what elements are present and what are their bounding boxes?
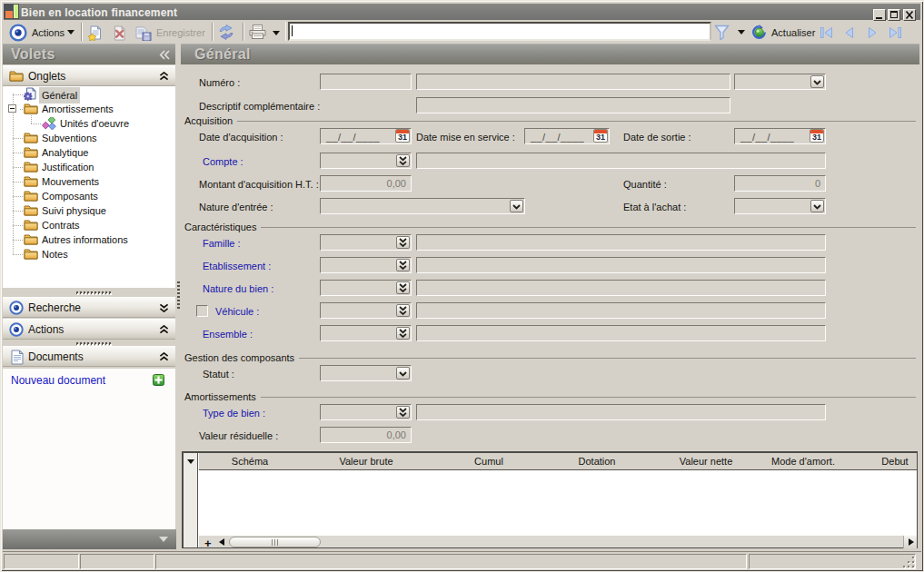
- documents-section-header[interactable]: Documents: [3, 346, 175, 367]
- grid-column-header[interactable]: Debut: [881, 456, 908, 467]
- calendar-icon[interactable]: 31: [395, 129, 410, 143]
- status-cell: [4, 554, 79, 569]
- nature-bien-combo[interactable]: [320, 280, 412, 296]
- actions-section-header[interactable]: Actions: [3, 319, 175, 340]
- refresh-icon-button[interactable]: [218, 25, 234, 40]
- new-document-button[interactable]: [87, 25, 103, 41]
- nature-entree-select[interactable]: [320, 198, 525, 214]
- actualiser-button[interactable]: Actualiser: [771, 27, 815, 38]
- collapse-section-icon[interactable]: [159, 325, 169, 334]
- grid-column-header[interactable]: Mode d'amort.: [771, 456, 835, 467]
- lookup-button[interactable]: [396, 154, 410, 167]
- collapse-sidebar-icon[interactable]: [159, 50, 171, 60]
- numero-combo[interactable]: [734, 74, 826, 90]
- famille-combo[interactable]: [320, 234, 412, 251]
- scroll-left-arrow[interactable]: [219, 538, 224, 546]
- lookup-button[interactable]: [396, 406, 410, 419]
- sidebar-bottom-bar[interactable]: [3, 529, 176, 549]
- grid-column-header[interactable]: Valeur brute: [339, 456, 392, 467]
- section-title: Recherche: [28, 301, 81, 314]
- tree-line: [13, 240, 23, 241]
- save-icon[interactable]: [135, 25, 152, 41]
- etat-achat-select[interactable]: [734, 198, 826, 214]
- actualiser-icon[interactable]: [751, 25, 767, 40]
- lookup-button[interactable]: [396, 236, 410, 249]
- montant-input[interactable]: 0,00: [320, 175, 412, 192]
- etablissement-description-input[interactable]: [416, 257, 826, 273]
- grid-column-header[interactable]: Dotation: [579, 456, 616, 467]
- nav-previous-button[interactable]: [842, 26, 857, 39]
- scroll-right-button[interactable]: [903, 536, 917, 548]
- grid-add-button[interactable]: +: [204, 537, 215, 547]
- recherche-section-header[interactable]: Recherche: [3, 297, 175, 318]
- statut-select[interactable]: [320, 365, 412, 381]
- actions-menu-button[interactable]: Actions: [32, 27, 65, 38]
- collapse-section-icon[interactable]: [159, 72, 169, 81]
- vehicule-combo[interactable]: [320, 302, 412, 319]
- vertical-splitter[interactable]: [177, 281, 180, 309]
- type-bien-combo[interactable]: [320, 404, 412, 420]
- calendar-icon[interactable]: 31: [810, 129, 824, 143]
- numero-input[interactable]: [320, 74, 412, 90]
- dropdown-button[interactable]: [810, 200, 824, 212]
- dropdown-button[interactable]: [510, 200, 523, 212]
- print-button[interactable]: [249, 25, 266, 39]
- volets-panel-header: Volets: [3, 44, 175, 64]
- double-chevron-down-icon: [399, 156, 407, 166]
- title-bar[interactable]: Bien en location financement: [4, 4, 920, 20]
- date-acquisition-input[interactable]: __/__/____ 31: [320, 128, 412, 144]
- nav-next-button[interactable]: [865, 26, 879, 39]
- valeur-residuelle-input[interactable]: 0,00: [320, 427, 412, 443]
- compte-combo[interactable]: [320, 153, 412, 169]
- collapse-section-icon[interactable]: [159, 352, 169, 361]
- date-mise-service-input[interactable]: __/__/____ 31: [524, 128, 610, 144]
- nav-last-icon: [888, 26, 902, 39]
- numero-description-input[interactable]: [416, 74, 730, 90]
- vehicule-description-input[interactable]: [416, 302, 826, 319]
- descriptif-input[interactable]: [416, 97, 730, 113]
- print-dropdown-arrow[interactable]: [273, 31, 280, 35]
- lookup-button[interactable]: [396, 304, 410, 317]
- tree-collapse-toggle[interactable]: [8, 104, 16, 113]
- dropdown-button[interactable]: [396, 367, 410, 380]
- grid-column-header[interactable]: Cumul: [474, 456, 503, 467]
- add-document-button[interactable]: [153, 374, 164, 386]
- dropdown-button[interactable]: [810, 75, 824, 88]
- etablissement-combo[interactable]: [320, 257, 412, 273]
- grid-column-header[interactable]: Valeur nette: [680, 456, 733, 467]
- scrollbar-thumb[interactable]: [229, 537, 321, 547]
- expand-section-icon[interactable]: [159, 303, 169, 312]
- grid-row-selector-icon[interactable]: [187, 459, 194, 464]
- filter-dropdown-arrow[interactable]: [738, 30, 745, 35]
- date-sortie-input[interactable]: __/__/____ 31: [734, 128, 826, 144]
- search-input[interactable]: [288, 22, 711, 41]
- famille-description-input[interactable]: [416, 234, 826, 251]
- ensemble-description-input[interactable]: [416, 325, 826, 341]
- app-icon[interactable]: [4, 4, 19, 19]
- lookup-button[interactable]: [396, 281, 410, 294]
- grid-column-header[interactable]: Schéma: [232, 456, 268, 467]
- nouveau-document-link[interactable]: Nouveau document: [11, 374, 105, 387]
- nature-bien-description-input[interactable]: [416, 280, 826, 296]
- quantite-input[interactable]: 0: [734, 175, 826, 192]
- lookup-button[interactable]: [396, 327, 410, 340]
- horizontal-splitter[interactable]: [76, 291, 111, 294]
- filter-button[interactable]: [714, 25, 730, 41]
- vehicule-checkbox[interactable]: [196, 305, 208, 317]
- double-chevron-up-icon: [159, 325, 169, 334]
- onglets-section-header[interactable]: Onglets: [3, 65, 175, 86]
- calendar-icon[interactable]: 31: [593, 129, 608, 143]
- nav-last-button[interactable]: [888, 26, 902, 39]
- actions-dropdown-arrow[interactable]: [67, 30, 75, 35]
- type-bien-description-input[interactable]: [416, 404, 826, 420]
- horizontal-splitter[interactable]: [76, 342, 111, 345]
- nav-first-button[interactable]: [820, 26, 834, 39]
- delete-button[interactable]: [112, 25, 127, 41]
- ensemble-combo[interactable]: [320, 325, 412, 341]
- status-cell: [80, 554, 154, 569]
- save-button[interactable]: Enregistrer: [156, 27, 205, 38]
- lookup-button[interactable]: [396, 259, 410, 271]
- compte-description-input[interactable]: [416, 153, 826, 169]
- field-label-vehicule: Véhicule :: [215, 306, 259, 317]
- bullseye-icon: [9, 301, 24, 315]
